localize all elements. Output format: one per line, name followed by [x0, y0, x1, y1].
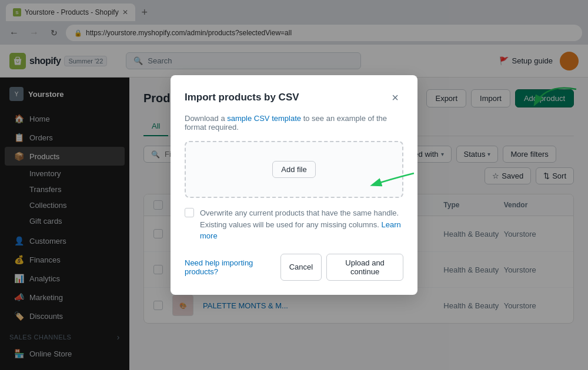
close-icon: ×	[392, 92, 399, 103]
cancel-button[interactable]: Cancel	[280, 254, 322, 281]
modal-checkbox-row: Overwrite any current products that have…	[185, 207, 403, 242]
arrow-annotation-add-file	[349, 167, 420, 203]
modal-close-button[interactable]: ×	[387, 89, 403, 106]
csv-template-link[interactable]: sample CSV template	[227, 114, 301, 123]
drop-zone[interactable]: Add file	[185, 141, 403, 198]
modal-actions: Cancel Upload and continue	[280, 254, 403, 281]
modal-header: Import products by CSV ×	[185, 89, 403, 106]
modal-footer: Need help importing products? Cancel Upl…	[185, 254, 403, 281]
upload-continue-button[interactable]: Upload and continue	[326, 254, 403, 281]
help-import-link[interactable]: Need help importing products?	[185, 258, 280, 276]
add-file-button[interactable]: Add file	[272, 161, 315, 178]
modal-description: Download a sample CSV template to see an…	[185, 114, 403, 132]
modal-title: Import products by CSV	[185, 92, 299, 103]
modal-overlay[interactable]: Import products by CSV × Download a samp…	[0, 0, 588, 370]
import-modal: Import products by CSV × Download a samp…	[171, 75, 417, 295]
checkbox-label: Overwrite any current products that have…	[200, 207, 403, 242]
overwrite-checkbox[interactable]	[185, 208, 194, 217]
